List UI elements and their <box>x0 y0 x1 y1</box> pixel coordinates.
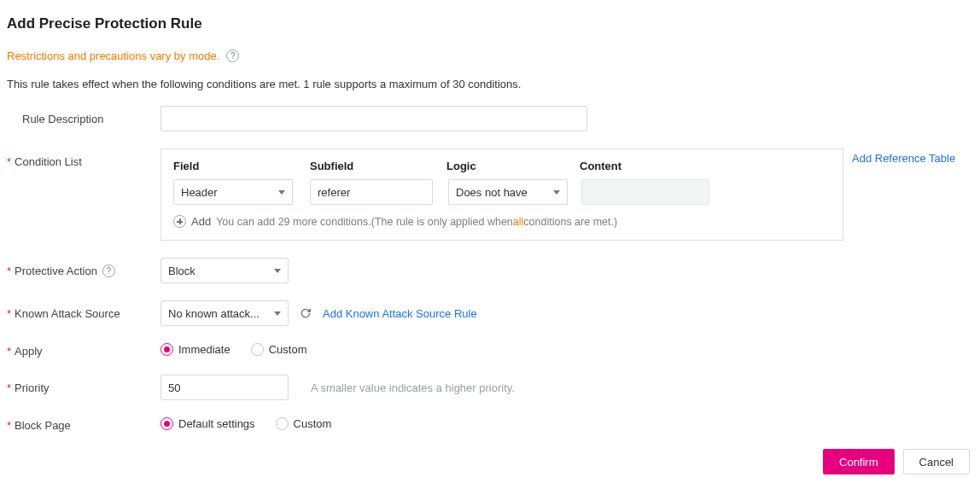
label-block-page-text: Block Page <box>15 419 71 432</box>
protective-action-value: Block <box>168 265 195 277</box>
label-priority: * Priority <box>7 375 160 394</box>
known-attack-source-value: No known attack... <box>168 307 260 320</box>
chevron-down-icon <box>553 190 560 195</box>
add-known-attack-source-link[interactable]: Add Known Attack Source Rule <box>323 307 477 320</box>
priority-hint: A smaller value indicates a higher prior… <box>311 381 515 394</box>
block-page-radio-default-label: Default settings <box>178 417 255 430</box>
col-logic: Logic <box>446 160 580 172</box>
chevron-down-icon <box>274 269 281 273</box>
label-known-attack-source-text: Known Attack Source <box>15 307 120 320</box>
label-priority-text: Priority <box>15 381 49 394</box>
label-apply-text: Apply <box>15 345 43 358</box>
chevron-down-icon <box>274 311 281 316</box>
help-icon[interactable]: ? <box>226 49 239 62</box>
required-asterisk: * <box>7 345 11 358</box>
rule-description-input[interactable] <box>160 106 587 131</box>
page-title: Add Precise Protection Rule <box>7 15 970 32</box>
add-condition-line: Add You can add 29 more conditions.(The … <box>173 215 831 228</box>
apply-radio-custom-label: Custom <box>269 343 307 356</box>
label-protective-action-text: Protective Action <box>15 265 97 277</box>
field-select-value: Header <box>181 186 218 199</box>
add-reference-table-link[interactable]: Add Reference Table <box>852 152 955 165</box>
required-asterisk: * <box>7 265 11 277</box>
effect-note: This rule takes effect when the followin… <box>7 78 970 90</box>
help-icon[interactable]: ? <box>102 265 115 277</box>
block-page-radio-group: Default settings Custom <box>160 417 970 430</box>
condition-box: Field Subfield Logic Content Header Does… <box>160 148 843 241</box>
refresh-icon[interactable] <box>299 306 312 320</box>
condition-row: Header Does not have <box>173 179 831 205</box>
col-content: Content <box>580 160 716 172</box>
required-asterisk: * <box>7 155 11 168</box>
col-subfield: Subfield <box>310 160 446 172</box>
field-select[interactable]: Header <box>173 179 293 205</box>
radio-dot-icon <box>160 417 173 430</box>
plus-icon[interactable] <box>173 215 186 228</box>
label-condition-list: * Condition List <box>7 148 160 168</box>
label-protective-action: * Protective Action ? <box>7 258 160 277</box>
add-hint-prefix: You can add 29 more conditions.(The rule… <box>216 216 513 228</box>
apply-radio-immediate[interactable]: Immediate <box>160 343 230 356</box>
add-label[interactable]: Add <box>191 215 211 228</box>
apply-radio-immediate-label: Immediate <box>178 343 230 356</box>
apply-radio-custom[interactable]: Custom <box>251 343 307 356</box>
label-rule-description-text: Rule Description <box>22 113 103 125</box>
radio-dot-icon <box>251 343 264 356</box>
label-block-page: * Block Page <box>7 417 160 432</box>
known-attack-source-select[interactable]: No known attack... <box>160 300 289 326</box>
condition-header-row: Field Subfield Logic Content <box>173 160 831 172</box>
radio-dot-icon <box>276 417 289 430</box>
content-input <box>581 179 709 205</box>
confirm-button[interactable]: Confirm <box>823 449 895 474</box>
add-hint-all: all <box>513 216 524 228</box>
required-asterisk: * <box>7 381 11 394</box>
logic-select[interactable]: Does not have <box>448 179 568 205</box>
block-page-radio-custom[interactable]: Custom <box>276 417 332 430</box>
chevron-down-icon <box>278 190 285 195</box>
protective-action-select[interactable]: Block <box>160 258 289 283</box>
label-known-attack-source: * Known Attack Source <box>7 300 160 320</box>
required-asterisk: * <box>7 419 11 432</box>
apply-radio-group: Immediate Custom <box>160 343 970 356</box>
priority-input[interactable] <box>160 375 289 400</box>
block-page-radio-custom-label: Custom <box>294 417 332 430</box>
label-rule-description: Rule Description <box>7 106 160 125</box>
label-apply: * Apply <box>7 343 160 358</box>
footer: Confirm Cancel <box>7 449 970 474</box>
col-field: Field <box>173 160 310 172</box>
restriction-row: Restrictions and precautions vary by mod… <box>7 49 970 62</box>
label-condition-list-text: Condition List <box>15 155 82 168</box>
subfield-input[interactable] <box>310 179 433 205</box>
restriction-text: Restrictions and precautions vary by mod… <box>7 49 219 62</box>
cancel-button[interactable]: Cancel <box>903 449 970 474</box>
logic-select-value: Does not have <box>456 186 528 199</box>
radio-dot-icon <box>160 343 173 356</box>
block-page-radio-default[interactable]: Default settings <box>160 417 255 430</box>
required-asterisk: * <box>7 307 11 320</box>
add-hint-suffix: conditions are met.) <box>523 216 617 228</box>
